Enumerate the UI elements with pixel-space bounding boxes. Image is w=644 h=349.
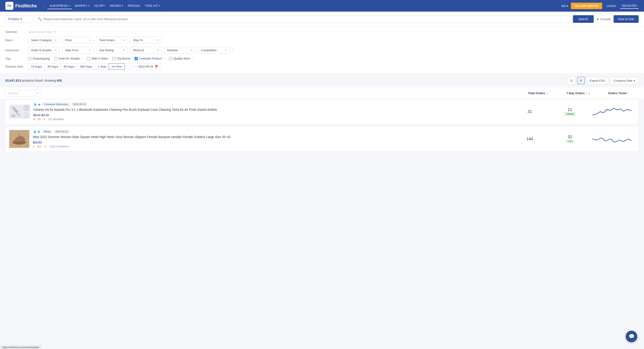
date-30days[interactable]: 30 Days — [44, 63, 61, 70]
product-meta: ♥ 18 ★ 5(1 Reviews) — [33, 118, 506, 121]
chevron-down-icon: ▾ — [89, 49, 90, 52]
product-images: ✂ — [9, 105, 30, 119]
search-icon: 🔍 — [38, 17, 42, 21]
tag-quality-store[interactable]: Quality Store ? — [169, 57, 193, 60]
how-to-use-button[interactable]: How to Use — [614, 15, 639, 23]
date-1year[interactable]: 1 Year — [95, 63, 109, 70]
ship-to-filter[interactable]: Ship To ▾ — [130, 37, 162, 44]
reviews-filter[interactable]: Reviews ▾ — [164, 47, 196, 54]
logo[interactable]: Fn FindNiche — [5, 2, 37, 10]
nav-divider — [44, 3, 44, 9]
tag-sold-on-shopify[interactable]: Sold On Shopify ? — [54, 57, 83, 60]
product-title[interactable]: New 2022 Summer Women Style Square Head … — [33, 135, 506, 139]
price-filter[interactable]: Price ▾ — [62, 37, 94, 44]
export-csv-button[interactable]: Export CSV — [586, 77, 608, 84]
competition-filter[interactable]: Competition ▾ — [198, 47, 230, 54]
search-button[interactable]: Search — [573, 15, 594, 23]
compare-date-button[interactable]: Compare Date ▾ — [610, 77, 639, 84]
seven-day-orders-stat: 32 +3% — [550, 135, 590, 143]
chevron-down-icon: ▾ — [89, 39, 90, 42]
dropshipping-checkbox[interactable] — [28, 57, 31, 60]
category-badge[interactable]: Shoes — [42, 130, 52, 133]
nav-adspy[interactable]: AD SPY — [92, 3, 107, 9]
tag-top-brand[interactable]: Top Brand — [112, 57, 130, 60]
column-headers: Total Orders ▲▼ 7-Day Orders ? ▲▼ Orders… — [518, 91, 639, 95]
ship-from-filter[interactable]: Ship From ▾ — [62, 47, 94, 54]
heart-icon: ♥ — [33, 118, 35, 121]
total-orders-filter[interactable]: Total Orders ▾ — [96, 37, 128, 44]
basic-filters-row: Basic: Select Category ▾ Price ▾ Total O… — [5, 37, 639, 44]
orders-trend-help-icon[interactable]: ? — [627, 92, 629, 95]
dropshipping-icon: 💧 — [33, 130, 37, 133]
product-tags: 💧 ▶ Shoes 2022-05-15 — [33, 130, 506, 133]
product-price: $0.01-$3.15 — [33, 113, 506, 117]
quality-store-help-icon[interactable]: ? — [192, 57, 193, 60]
search-type-dropdown[interactable]: Product ▾ — [5, 15, 32, 23]
seven-day-help-icon[interactable]: ? — [586, 92, 587, 95]
date-180days[interactable]: 180 Days — [77, 63, 95, 70]
sort-by-dropdown[interactable]: Sort By ▾ — [5, 90, 41, 97]
saved-filters-dropdown[interactable]: Select saved filters ▾ — [28, 30, 56, 34]
quality-store-checkbox[interactable] — [169, 57, 172, 60]
seller-center-button[interactable]: SELLER CENTER — [571, 3, 602, 9]
date-90days[interactable]: 90 Days — [60, 63, 77, 70]
product-main-image[interactable] — [9, 130, 29, 148]
date-range-input[interactable]: -- ~ 2022-06-04 📅 — [129, 63, 161, 70]
shopify-help-icon[interactable]: ? — [81, 57, 83, 60]
wishlist-filter[interactable]: WishList ▾ — [130, 47, 162, 54]
dropshipping-icon: 💧 — [33, 103, 37, 106]
login-link[interactable]: LOGIN — [605, 3, 618, 9]
lang-selector[interactable]: EN ▾ — [562, 4, 568, 8]
nav-shopify[interactable]: SHOPIFY ▾ — [72, 3, 92, 9]
exclude-button[interactable]: ▼ Exclude — [596, 18, 611, 21]
chevron-down-icon: ▾ — [37, 92, 38, 95]
product-title[interactable]: Cleaner Kit for Airpods Pro 3 2 1 Blueto… — [33, 107, 506, 112]
list-view-button[interactable]: ≡ — [577, 77, 585, 84]
register-link[interactable]: REGISTER — [620, 3, 639, 9]
category-filter[interactable]: Select Category ▾ — [28, 37, 60, 44]
seven-day-orders-header: 7-Day Orders ? ▲▼ — [558, 91, 598, 95]
product-thumb-1[interactable] — [23, 105, 30, 111]
chevron-down-icon: ▾ — [69, 5, 70, 7]
with-video-checkbox[interactable] — [87, 57, 90, 60]
star-rating-filter[interactable]: Star Rating ▾ — [96, 47, 128, 54]
tag-available-product[interactable]: Available Product ? — [134, 57, 164, 60]
nav-right: EN ▾ SELLER CENTER LOGIN REGISTER — [562, 3, 639, 9]
tag-label: Tag: — [5, 57, 26, 60]
sold-on-shopify-checkbox[interactable] — [54, 57, 58, 60]
nav-niches[interactable]: NICHES ▾ — [108, 3, 125, 9]
product-thumb-2[interactable] — [23, 112, 30, 119]
tag-with-video[interactable]: With A Video — [87, 57, 108, 60]
selected-row: Selected: Select saved filters ▾ — [5, 30, 639, 34]
nav-toolkit[interactable]: TOOL KIT ▾ — [143, 3, 162, 9]
tag-dropshipping[interactable]: Dropshipping — [28, 57, 50, 60]
date-alltime[interactable]: All Time — [109, 63, 125, 70]
category-badge[interactable]: Consumer Electronics — [42, 103, 70, 106]
total-orders-header: Total Orders ▲▼ — [518, 91, 558, 95]
date-14days[interactable]: 14 Days — [28, 63, 45, 70]
tag-options: Dropshipping Sold On Shopify ? With A Vi… — [28, 57, 193, 60]
video-icon: ▶ — [38, 130, 40, 133]
table-row: 💧 ▶ Shoes 2022-05-15 New 2022 Summer Wom… — [5, 126, 639, 151]
nav-pricing[interactable]: PRICING — [126, 3, 142, 9]
sort-arrows[interactable]: ▲▼ — [588, 91, 590, 95]
star-icon: ★ — [43, 118, 46, 121]
nav-aliexpress[interactable]: ALIEXPRESS ▾ — [48, 3, 72, 9]
product-main-image[interactable]: ✂ — [9, 105, 22, 119]
chevron-down-icon: ▾ — [191, 49, 192, 52]
date-badge: 2022-05-15 — [54, 130, 70, 133]
search-input[interactable] — [44, 18, 567, 21]
order-growth-filter[interactable]: Order & Growth ▾ — [28, 47, 60, 54]
available-product-checkbox[interactable] — [134, 57, 138, 60]
selected-label: Selected: — [5, 30, 26, 34]
grid-view-button[interactable]: ⊞ — [568, 77, 575, 84]
filter-icon: ▼ — [596, 18, 599, 21]
competition-help-icon[interactable]: ? — [232, 49, 234, 52]
available-product-help-icon[interactable]: ? — [163, 57, 164, 60]
chevron-down-icon: ▾ — [123, 49, 124, 52]
sort-arrows[interactable]: ▲▼ — [546, 91, 548, 95]
date-badge: 2022-05-15 — [71, 103, 88, 106]
date-buttons: 14 Days 30 Days 90 Days 180 Days 1 Year … — [28, 63, 124, 70]
top-brand-checkbox[interactable] — [112, 57, 116, 60]
chevron-down-icon: ▾ — [634, 79, 635, 82]
